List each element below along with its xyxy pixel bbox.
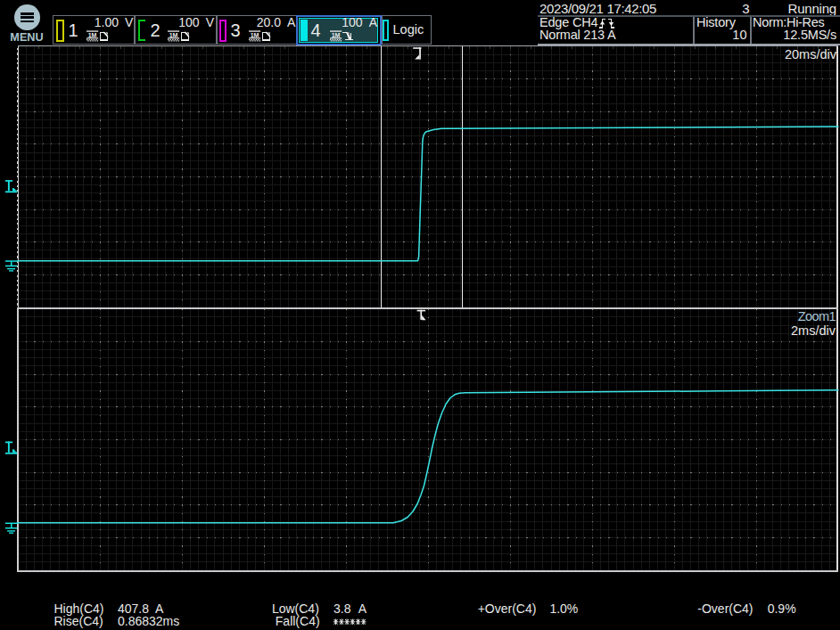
svg-text:1M: 1M — [251, 32, 259, 38]
svg-text:1M: 1M — [88, 32, 97, 38]
svg-text:1M: 1M — [169, 32, 178, 38]
svg-text:1M: 1M — [332, 32, 341, 38]
